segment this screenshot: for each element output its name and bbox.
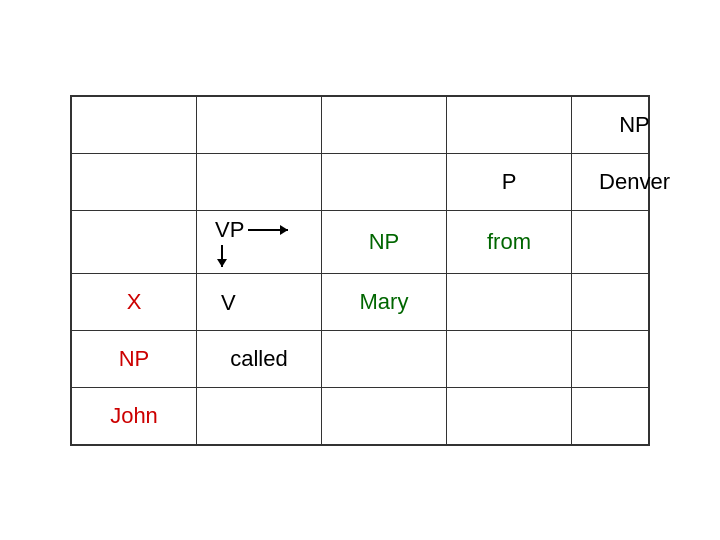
table-row: X V Mary xyxy=(72,274,648,331)
cell-r2c4: P xyxy=(447,154,572,210)
cell-r6c1: John xyxy=(72,388,197,444)
cell-r2c2 xyxy=(197,154,322,210)
cell-r5c5 xyxy=(572,331,697,387)
cell-r3c3: NP xyxy=(322,211,447,273)
cell-r2c5: Denver xyxy=(572,154,697,210)
cell-r5c1: NP xyxy=(72,331,197,387)
cell-r3c1 xyxy=(72,211,197,273)
down-arrow-icon xyxy=(221,245,223,267)
cell-r6c3 xyxy=(322,388,447,444)
cell-r2c3 xyxy=(322,154,447,210)
cell-r6c4 xyxy=(447,388,572,444)
cell-r5c3 xyxy=(322,331,447,387)
cell-r3c2-vp: VP xyxy=(197,211,322,273)
cell-r4c2-v: V xyxy=(197,274,322,330)
cell-r4c3: Mary xyxy=(322,274,447,330)
cell-r4c4 xyxy=(447,274,572,330)
cell-r4c1: X xyxy=(72,274,197,330)
cell-r4c5 xyxy=(572,274,697,330)
cell-r3c4: from xyxy=(447,211,572,273)
cell-r5c2: called xyxy=(197,331,322,387)
table-row: John xyxy=(72,388,648,444)
cell-r5c4 xyxy=(447,331,572,387)
table-row: VP NP from xyxy=(72,211,648,274)
parse-table: NP P Denver VP NP from X V Mary N xyxy=(70,95,650,446)
cell-r1c4 xyxy=(447,97,572,153)
cell-r1c1 xyxy=(72,97,197,153)
cell-r3c5 xyxy=(572,211,697,273)
cell-r1c3 xyxy=(322,97,447,153)
cell-r6c2 xyxy=(197,388,322,444)
cell-r2c1 xyxy=(72,154,197,210)
table-row: NP called xyxy=(72,331,648,388)
cell-r1c5: NP xyxy=(572,97,697,153)
v-label: V xyxy=(221,290,236,316)
table-row: P Denver xyxy=(72,154,648,211)
cell-r1c2 xyxy=(197,97,322,153)
right-arrow-icon xyxy=(248,229,288,231)
table-row: NP xyxy=(72,97,648,154)
cell-r6c5 xyxy=(572,388,697,444)
vp-label: VP xyxy=(215,217,244,243)
